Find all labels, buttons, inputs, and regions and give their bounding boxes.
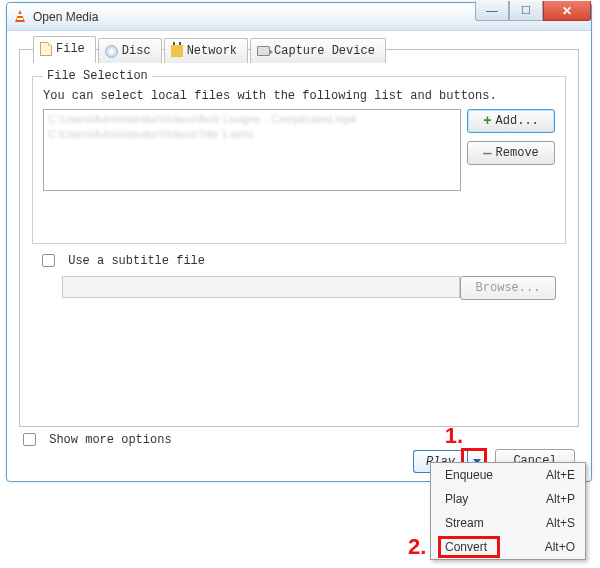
menu-item-convert[interactable]: Convert Alt+O xyxy=(431,535,585,559)
menu-shortcut: Alt+S xyxy=(546,516,575,530)
tab-label: File xyxy=(56,42,85,56)
tab-label: Capture Device xyxy=(274,44,375,58)
tab-disc[interactable]: Disc xyxy=(98,38,162,63)
file-selection-description: You can select local files with the foll… xyxy=(43,89,497,103)
minus-icon: — xyxy=(483,149,491,157)
checkbox-label: Use a subtitle file xyxy=(68,254,205,268)
plus-icon: + xyxy=(483,116,491,126)
button-label: Add... xyxy=(496,114,539,128)
button-label: Browse... xyxy=(476,281,541,295)
list-item[interactable]: C:\Users\Administrator\Videos\Title 1.wm… xyxy=(48,127,456,142)
menu-item-play[interactable]: Play Alt+P xyxy=(431,487,585,511)
file-icon xyxy=(40,42,52,56)
subtitle-group: Use a subtitle file Browse... xyxy=(32,254,566,320)
remove-button[interactable]: — Remove xyxy=(467,141,555,165)
tab-capture-device[interactable]: Capture Device xyxy=(250,38,386,63)
add-button[interactable]: + Add... xyxy=(467,109,555,133)
annotation-1: 1. xyxy=(445,423,463,449)
window-title: Open Media xyxy=(33,10,98,24)
tab-content-panel: File Selection You can select local file… xyxy=(19,49,579,427)
maximize-button[interactable]: ☐ xyxy=(509,1,543,21)
menu-label: Convert xyxy=(445,540,487,554)
tab-label: Disc xyxy=(122,44,151,58)
subtitle-checkbox-row[interactable]: Use a subtitle file xyxy=(42,254,205,268)
network-icon xyxy=(171,45,183,57)
menu-shortcut: Alt+P xyxy=(546,492,575,506)
show-more-checkbox[interactable] xyxy=(23,433,36,446)
checkbox-label: Show more options xyxy=(49,433,171,447)
group-title: File Selection xyxy=(43,69,152,83)
play-dropdown-menu: Enqueue Alt+E Play Alt+P Stream Alt+S Co… xyxy=(430,462,586,560)
menu-shortcut: Alt+O xyxy=(545,540,575,554)
menu-label: Play xyxy=(445,492,468,506)
annotation-2: 2. xyxy=(408,534,426,560)
button-label: Remove xyxy=(496,146,539,160)
disc-icon xyxy=(105,45,118,58)
menu-shortcut: Alt+E xyxy=(546,468,575,482)
show-more-options-row[interactable]: Show more options xyxy=(23,433,172,447)
window-controls: — ☐ ✕ xyxy=(475,1,591,21)
subtitle-path-input[interactable] xyxy=(62,276,460,298)
menu-label: Stream xyxy=(445,516,484,530)
file-selection-group: File Selection You can select local file… xyxy=(32,76,566,244)
menu-item-enqueue[interactable]: Enqueue Alt+E xyxy=(431,463,585,487)
file-list[interactable]: C:\Users\Administrator\Videos\Avril Lavi… xyxy=(43,109,461,191)
list-item[interactable]: C:\Users\Administrator\Videos\Avril Lavi… xyxy=(48,112,456,127)
tab-label: Network xyxy=(187,44,237,58)
tab-network[interactable]: Network xyxy=(164,38,248,63)
capture-icon xyxy=(257,46,270,56)
subtitle-checkbox[interactable] xyxy=(42,254,55,267)
vlc-icon xyxy=(13,10,27,24)
browse-button[interactable]: Browse... xyxy=(460,276,556,300)
open-media-window: Open Media — ☐ ✕ File Disc Network Captu… xyxy=(6,2,592,482)
tab-file[interactable]: File xyxy=(33,36,96,63)
title-bar: Open Media — ☐ ✕ xyxy=(7,3,591,31)
menu-label: Enqueue xyxy=(445,468,493,482)
menu-item-stream[interactable]: Stream Alt+S xyxy=(431,511,585,535)
tab-bar: File Disc Network Capture Device xyxy=(33,38,388,65)
close-button[interactable]: ✕ xyxy=(543,1,591,21)
minimize-button[interactable]: — xyxy=(475,1,509,21)
